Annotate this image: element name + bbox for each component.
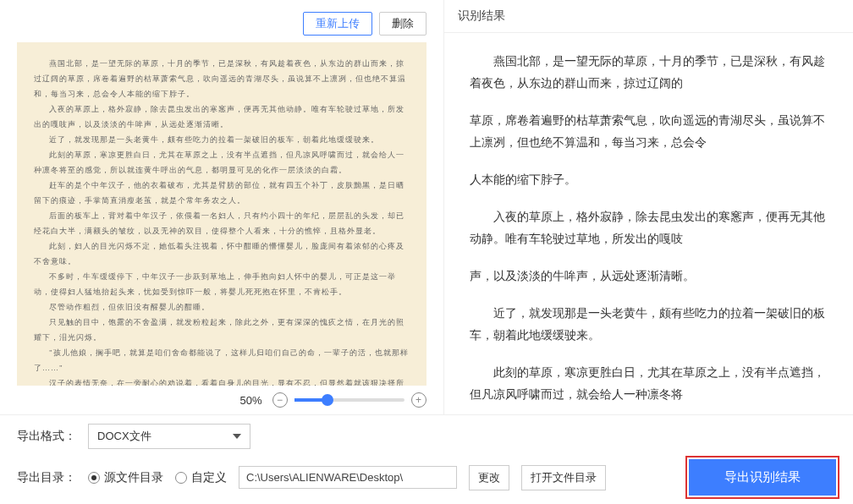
doc-line: 此刻的草原，寒凉更胜白日，尤其在草原之上，没有半点遮挡，但凡凉风呼啸而过，就会给… xyxy=(34,147,410,178)
reupload-button[interactable]: 重新上传 xyxy=(303,12,372,36)
result-paragraph: 此刻的草原，寒凉更胜白日，尤其在草原之上，没有半点遮挡，但凡凉风呼啸而过，就会给… xyxy=(470,361,828,405)
chevron-down-icon xyxy=(233,434,241,439)
result-paragraph: 草原，席卷着遍野的枯草萧索气息，吹向遥远的青湖尽头，虽说算不上凛冽，但也绝不算温… xyxy=(470,109,828,153)
doc-line: "孩儿他娘，搁手吧，就算是咱们舍命都能说了，这样儿归咱们自己的命，一辈子的活，也… xyxy=(34,345,410,375)
change-path-button[interactable]: 更改 xyxy=(469,465,509,490)
radio-custom-dir[interactable]: 自定义 xyxy=(175,470,227,485)
result-paragraph: 近了，就发现那是一头老黄牛，颇有些吃力的拉着一架破旧的板车，朝着此地缓缓驶来。 xyxy=(470,302,828,346)
format-value: DOCX文件 xyxy=(97,429,151,444)
format-label: 导出格式： xyxy=(17,429,76,444)
doc-line: 赶车的是个中年汉子，他的衣着破布，尤其是臂膀的部位，就有四五个补丁，皮肤黝黑，是… xyxy=(34,178,410,208)
result-body[interactable]: 燕国北部，是一望无际的草原，十月的季节，已是深秋，有风趁着夜色，从东边的群山而来… xyxy=(444,33,854,414)
document-preview: 燕国北部，是一望无际的草原，十月的季节，已是深秋，有风趁着夜色，从东边的群山而来… xyxy=(17,42,426,386)
zoom-bar: 50% − + xyxy=(17,386,426,414)
doc-line: 此刻，妇人的目光闪烁不定，她低着头注视着，怀中酣睡的懵懂婴儿，脸庞间有着浓郁的心… xyxy=(34,238,410,269)
open-dir-button[interactable]: 打开文件目录 xyxy=(521,465,606,490)
export-panel: 导出格式： DOCX文件 导出目录： 源文件目录 自定义 C:\Users\AL… xyxy=(0,414,853,504)
path-input[interactable]: C:\Users\ALIENWARE\Desktop\ xyxy=(239,466,457,489)
result-paragraph: 人本能的缩下脖子。 xyxy=(470,168,828,190)
zoom-slider[interactable] xyxy=(294,398,404,402)
dir-label: 导出目录： xyxy=(17,470,76,485)
doc-line: 不多时，牛车缓缓停下，中年汉子一步跃到草地上，伸手抱向妇人怀中的婴儿，可正是这一… xyxy=(34,269,410,299)
export-button[interactable]: 导出识别结果 xyxy=(689,459,836,496)
zoom-in-icon[interactable]: + xyxy=(411,392,426,408)
doc-line: 汉子的表情无奈，在一旁耐心的劝说着，看着自身儿的目光，显有不忍，但显然着就该狠决… xyxy=(34,375,410,386)
delete-button[interactable]: 删除 xyxy=(379,12,426,36)
doc-line: 燕国北部，是一望无际的草原，十月的季节，已是深秋，有风趁着夜色，从东边的群山而来… xyxy=(34,56,410,101)
preview-buttons: 重新上传 删除 xyxy=(17,8,426,42)
doc-line: 近了，就发现那是一头老黄牛，颇有些吃力的拉着一架破旧的板车，朝着此地缓缓驶来。 xyxy=(34,132,410,147)
doc-line: 只见触的目中，饱露的不舍盈满，就发粉粒起来，除此之外，更有深深的愧疚之情，在月光… xyxy=(34,315,410,345)
doc-line: 后面的板车上，背对着中年汉子，依偎着一名妇人，只有约小四十的年纪，层层乱的头发，… xyxy=(34,208,410,238)
radio-source-dir[interactable]: 源文件目录 xyxy=(88,470,163,485)
result-paragraph: 入夜的草原上，格外寂静，除去昆虫发出的寒窸声，便再无其他动静。唯有车轮驶过草地，… xyxy=(470,205,828,249)
doc-line: 尽管动作粗烈，但依旧没有醒婴儿的酣睡。 xyxy=(34,299,410,315)
result-pane: 识别结果 燕国北部，是一望无际的草原，十月的季节，已是深秋，有风趁着夜色，从东边… xyxy=(443,0,854,414)
doc-line: 入夜的草原上，格外寂静，除去昆虫发出的寒窸声，便再无其他动静。唯有车轮驶过草地，… xyxy=(34,101,410,132)
preview-pane: 重新上传 删除 燕国北部，是一望无际的草原，十月的季节，已是深秋，有风趁着夜色，… xyxy=(0,0,443,414)
result-paragraph: 声，以及淡淡的牛哞声，从远处逐渐清晰。 xyxy=(470,265,828,287)
zoom-out-icon[interactable]: − xyxy=(272,392,288,408)
zoom-percent: 50% xyxy=(239,394,261,407)
format-select[interactable]: DOCX文件 xyxy=(88,424,250,449)
result-paragraph: 燕国北部，是一望无际的草原，十月的季节，已是深秋，有风趁着夜色，从东边的群山而来… xyxy=(470,50,828,94)
result-title: 识别结果 xyxy=(444,0,854,33)
